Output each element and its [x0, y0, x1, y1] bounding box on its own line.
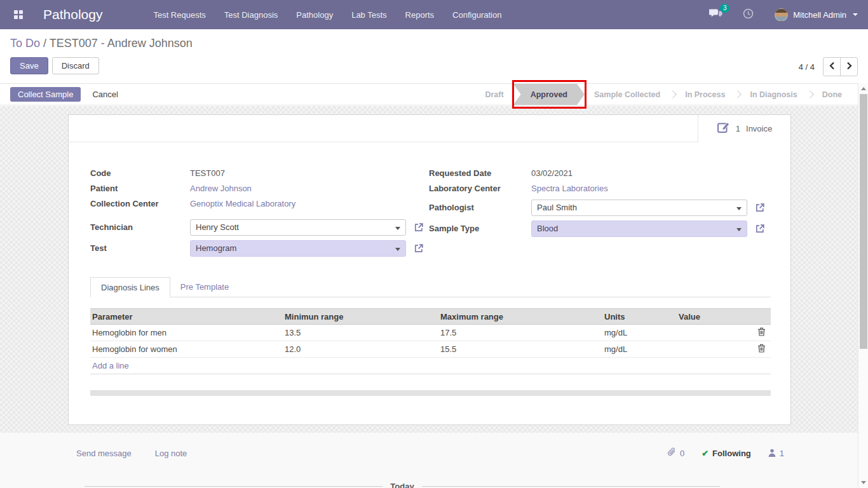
form-fields: Code TEST007 Patient Andrew Johnson Coll… — [69, 142, 790, 259]
menu-configuration[interactable]: Configuration — [452, 10, 501, 20]
chevron-left-icon — [829, 61, 835, 72]
apps-menu-icon[interactable] — [14, 10, 23, 19]
status-step-in-diagnosis[interactable]: In Diagnosis — [742, 90, 805, 99]
form-action-buttons: Save Discard — [10, 57, 858, 74]
collect-sample-button[interactable]: Collect Sample — [10, 87, 81, 102]
paperclip-icon — [667, 447, 676, 459]
invoice-count: 1 — [736, 124, 740, 133]
clock-icon — [743, 8, 754, 22]
record-pager: 4 / 4 — [799, 57, 858, 76]
step-chevron-icon — [806, 90, 814, 98]
control-panel: To Do / TEST007 - Andrew Johnson Save Di… — [0, 29, 868, 83]
status-step-approved[interactable]: Approved — [513, 84, 585, 105]
col-parameter[interactable]: Parameter — [90, 309, 283, 325]
add-a-line-link[interactable]: Add a line — [92, 361, 129, 370]
menu-pathology[interactable]: Pathology — [296, 10, 333, 20]
pathologist-select[interactable]: Paul Smith — [531, 200, 747, 216]
status-pipeline: Draft Approved Sample Collected In Proce… — [477, 84, 850, 105]
table-header-row: Parameter Minimun range Maximum range Un… — [90, 309, 771, 325]
code-label: Code — [90, 168, 190, 178]
pathologist-external-link-icon[interactable] — [755, 203, 765, 213]
cell-parameter[interactable]: Hemoglobin for men — [90, 325, 283, 341]
log-note-button[interactable]: Log note — [155, 449, 187, 458]
scroll-down-arrow-icon[interactable] — [861, 481, 866, 484]
sample-type-label: Sample Type — [429, 224, 531, 233]
notebook: Diagnosis Lines Pre Template Parameter M… — [90, 277, 771, 396]
dropdown-caret-icon — [395, 248, 400, 251]
chevron-right-icon — [846, 61, 852, 72]
table-row[interactable]: Hemoglobin for men 13.5 17.5 mg/dL — [90, 325, 771, 341]
cell-min-range[interactable]: 13.5 — [283, 325, 438, 341]
requested-date-value: 03/02/2021 — [531, 168, 573, 178]
dropdown-caret-icon — [395, 227, 400, 230]
invoice-stat-button[interactable]: 1 Invoice — [698, 115, 790, 142]
patient-label: Patient — [90, 184, 190, 193]
sample-type-value: Blood — [537, 224, 558, 233]
main-menu: Test Requests Test Diagnosis Pathology L… — [153, 10, 501, 20]
user-menu[interactable]: Mitchell Admin — [775, 8, 858, 22]
cell-parameter[interactable]: Hemoglobin for women — [90, 341, 283, 358]
follower-count: 1 — [780, 449, 784, 458]
vertical-scrollbar[interactable] — [858, 83, 868, 488]
cell-units[interactable]: mg/dL — [602, 325, 677, 341]
status-step-sample-collected[interactable]: Sample Collected — [586, 90, 668, 99]
app-title[interactable]: Pathology — [43, 7, 102, 22]
breadcrumb-parent[interactable]: To Do — [10, 37, 40, 50]
col-units[interactable]: Units — [602, 309, 677, 325]
pager-next-button[interactable] — [840, 57, 858, 76]
check-icon: ✔ — [702, 449, 709, 458]
followers-button[interactable]: 1 — [768, 448, 784, 459]
navbar-right: 3 Mitchell Admin — [709, 8, 858, 22]
cell-max-range[interactable]: 17.5 — [438, 325, 602, 341]
cell-value[interactable] — [677, 325, 750, 341]
sample-type-external-link-icon[interactable] — [755, 224, 765, 234]
test-select[interactable]: Hemogram — [190, 240, 406, 257]
following-button[interactable]: ✔ Following — [702, 449, 751, 458]
col-actions — [750, 309, 771, 325]
col-maximum-range[interactable]: Maximum range — [438, 309, 602, 325]
menu-lab-tests[interactable]: Lab Tests — [351, 10, 386, 20]
laboratory-center-link[interactable]: Spectra Laboratories — [531, 184, 608, 193]
collection-center-link[interactable]: Genoptix Medical Laboratory — [190, 199, 295, 208]
test-external-link-icon[interactable] — [414, 243, 424, 254]
cancel-button[interactable]: Cancel — [85, 87, 125, 102]
col-minimum-range[interactable]: Minimun range — [283, 309, 438, 325]
patient-link[interactable]: Andrew Johnson — [190, 184, 252, 193]
status-step-done[interactable]: Done — [814, 90, 850, 99]
scrollbar-thumb[interactable] — [860, 94, 867, 349]
requested-date-label: Requested Date — [429, 168, 531, 178]
tab-diagnosis-lines[interactable]: Diagnosis Lines — [90, 277, 170, 297]
status-step-draft[interactable]: Draft — [477, 90, 512, 99]
cell-units[interactable]: mg/dL — [602, 341, 677, 358]
pathologist-label: Pathologist — [429, 203, 531, 212]
save-button[interactable]: Save — [10, 57, 48, 74]
menu-test-diagnosis[interactable]: Test Diagnosis — [224, 10, 278, 20]
technician-external-link-icon[interactable] — [414, 222, 424, 233]
send-message-button[interactable]: Send message — [76, 449, 132, 458]
discard-button[interactable]: Discard — [52, 57, 99, 74]
cell-min-range[interactable]: 12.0 — [283, 341, 438, 358]
sample-type-select[interactable]: Blood — [531, 220, 747, 237]
messages-button[interactable]: 3 — [709, 8, 723, 22]
menu-reports[interactable]: Reports — [405, 10, 435, 20]
technician-select[interactable]: Henry Scott — [190, 219, 406, 236]
notebook-tabs: Diagnosis Lines Pre Template — [90, 277, 771, 297]
activities-button[interactable] — [743, 8, 754, 22]
col-value[interactable]: Value — [677, 309, 750, 325]
cell-max-range[interactable]: 15.5 — [438, 341, 602, 358]
tab-pre-template[interactable]: Pre Template — [170, 277, 239, 297]
delete-row-button[interactable] — [750, 325, 771, 341]
messages-badge: 3 — [720, 4, 729, 13]
status-step-in-process[interactable]: In Process — [677, 90, 733, 99]
scroll-up-arrow-icon[interactable] — [861, 87, 866, 90]
chatter: Send message Log note 0 ✔ Following — [0, 433, 868, 488]
attachment-count: 0 — [680, 449, 684, 458]
menu-test-requests[interactable]: Test Requests — [153, 10, 205, 20]
table-horizontal-scrollbar[interactable] — [90, 390, 771, 396]
cell-value[interactable] — [677, 341, 750, 358]
dropdown-caret-icon — [736, 228, 742, 231]
attachments-button[interactable]: 0 — [667, 447, 684, 459]
pager-previous-button[interactable] — [823, 57, 841, 76]
table-row[interactable]: Hemoglobin for women 12.0 15.5 mg/dL — [90, 341, 771, 358]
delete-row-button[interactable] — [750, 341, 771, 358]
